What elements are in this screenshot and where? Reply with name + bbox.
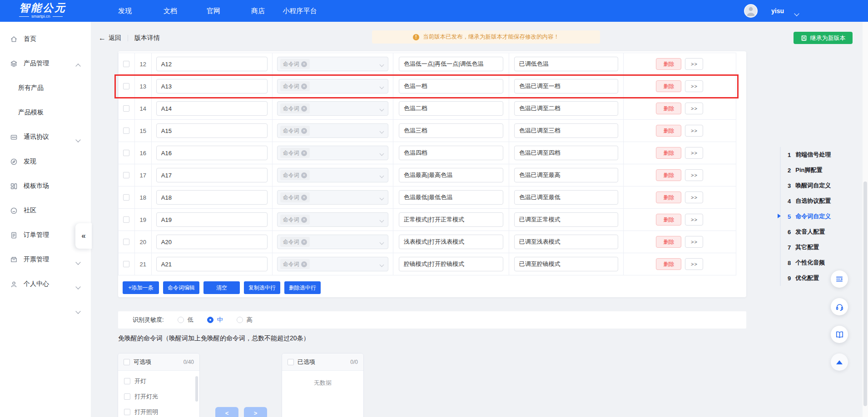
command-input[interactable] <box>399 57 503 71</box>
expand-row-button[interactable]: >> <box>685 214 703 226</box>
code-input[interactable] <box>156 146 268 160</box>
table-action-button[interactable]: 清空 <box>203 281 240 294</box>
expand-row-button[interactable]: >> <box>685 58 703 70</box>
delete-row-button[interactable]: 删除 <box>656 258 681 270</box>
reply-input[interactable] <box>514 190 618 205</box>
code-input[interactable] <box>156 168 268 182</box>
row-checkbox[interactable] <box>123 83 129 89</box>
type-select[interactable]: 命令词× <box>277 123 388 138</box>
delete-row-button[interactable]: 删除 <box>656 169 681 181</box>
sidebar-item[interactable] <box>0 299 91 318</box>
reply-input[interactable] <box>514 146 618 160</box>
item-checkbox[interactable] <box>124 409 130 415</box>
sidebar-item[interactable]: 通讯协议 <box>0 128 91 146</box>
code-input[interactable] <box>156 123 268 138</box>
type-select[interactable]: 命令词× <box>277 235 388 249</box>
sidebar-collapse-button[interactable]: « <box>75 223 92 249</box>
step-nav-item[interactable]: 6 发音人配置 <box>788 224 857 240</box>
sidebar-item[interactable]: 所有产品 <box>0 79 91 97</box>
code-input[interactable] <box>156 79 268 93</box>
navbar-item[interactable]: 小程序平台 <box>283 0 317 22</box>
list-item[interactable]: 打开照明 <box>118 404 199 417</box>
row-checkbox[interactable] <box>123 216 129 223</box>
source-scrollbar[interactable] <box>195 376 198 402</box>
row-checkbox[interactable] <box>123 194 129 201</box>
sensitivity-radio[interactable]: 低 <box>178 316 193 324</box>
step-nav-item[interactable]: 7 其它配置 <box>788 240 857 255</box>
code-input[interactable] <box>156 257 268 271</box>
page-scrollbar-thumb[interactable] <box>863 182 867 406</box>
code-input[interactable] <box>156 101 268 116</box>
delete-row-button[interactable]: 删除 <box>656 191 681 203</box>
navbar-item[interactable]: 官网 <box>207 0 220 22</box>
sidebar-item[interactable]: 发现 <box>0 152 91 171</box>
navbar-item[interactable]: 发现 <box>118 0 132 22</box>
type-select[interactable]: 命令词× <box>277 168 388 182</box>
command-input[interactable] <box>399 257 503 271</box>
step-nav-item[interactable]: 2 Pin脚配置 <box>788 162 857 178</box>
tag-close-icon[interactable]: × <box>301 61 307 67</box>
username[interactable]: yisu <box>771 0 784 22</box>
table-action-button[interactable]: 复制选中行 <box>244 281 280 294</box>
step-nav-item[interactable]: 8 个性化音频 <box>788 255 857 270</box>
navbar-item[interactable]: 文档 <box>164 0 177 22</box>
reply-input[interactable] <box>514 168 618 182</box>
target-select-all-checkbox[interactable] <box>288 359 294 365</box>
list-item[interactable]: 打开灯光 <box>118 389 199 404</box>
delete-row-button[interactable]: 删除 <box>656 236 681 248</box>
expand-row-button[interactable]: >> <box>685 103 703 114</box>
source-select-all-checkbox[interactable] <box>124 359 130 365</box>
type-select[interactable]: 命令词× <box>277 57 388 71</box>
floating-button[interactable] <box>831 270 848 288</box>
delete-row-button[interactable]: 删除 <box>656 214 681 226</box>
expand-row-button[interactable]: >> <box>685 258 703 270</box>
sidebar-item[interactable]: 模板市场 <box>0 177 91 195</box>
command-input[interactable] <box>399 146 503 160</box>
sensitivity-radio[interactable]: 中 <box>207 316 223 324</box>
type-select[interactable]: 命令词× <box>277 212 388 227</box>
sidebar-item[interactable]: 产品模板 <box>0 103 91 122</box>
tag-close-icon[interactable]: × <box>301 83 307 89</box>
tag-close-icon[interactable]: × <box>301 150 307 156</box>
command-input[interactable] <box>399 212 503 227</box>
tag-close-icon[interactable]: × <box>301 217 307 223</box>
row-checkbox[interactable] <box>123 172 129 178</box>
back-button[interactable]: ← 返回 <box>99 34 121 42</box>
code-input[interactable] <box>156 212 268 227</box>
floating-button[interactable] <box>831 298 848 315</box>
reply-input[interactable] <box>514 101 618 116</box>
tag-close-icon[interactable]: × <box>301 172 307 178</box>
reply-input[interactable] <box>514 79 618 93</box>
move-left-button[interactable]: < <box>215 407 238 417</box>
list-item[interactable]: 开灯 <box>118 373 199 389</box>
row-checkbox[interactable] <box>123 150 129 156</box>
table-action-button[interactable]: 命令词编辑 <box>163 281 199 294</box>
navbar-item[interactable]: 商店 <box>251 0 265 22</box>
delete-row-button[interactable]: 删除 <box>656 58 681 70</box>
sidebar-item[interactable]: 社区 <box>0 201 91 220</box>
row-checkbox[interactable] <box>123 239 129 245</box>
reply-input[interactable] <box>514 57 618 71</box>
sidebar-item[interactable]: 产品管理 <box>0 54 91 73</box>
type-select[interactable]: 命令词× <box>277 190 388 205</box>
move-right-button[interactable]: > <box>244 407 267 417</box>
avatar[interactable] <box>744 4 758 18</box>
step-nav-item[interactable]: 3 唤醒词自定义 <box>788 178 857 193</box>
reply-input[interactable] <box>514 212 618 227</box>
command-input[interactable] <box>399 79 503 93</box>
row-checkbox[interactable] <box>123 61 129 67</box>
code-input[interactable] <box>156 190 268 205</box>
expand-row-button[interactable]: >> <box>685 147 703 159</box>
floating-button[interactable] <box>831 326 848 343</box>
table-action-button[interactable]: 删除选中行 <box>284 281 321 294</box>
inherit-new-version-button[interactable]: 继承为新版本 <box>794 32 853 44</box>
tag-close-icon[interactable]: × <box>301 106 307 112</box>
step-nav-item[interactable]: 1 前端信号处理 <box>788 147 857 162</box>
row-checkbox[interactable] <box>123 128 129 134</box>
step-nav-item[interactable]: 4 自选协议配置 <box>788 193 857 209</box>
tag-close-icon[interactable]: × <box>301 128 307 134</box>
tag-close-icon[interactable]: × <box>301 195 307 201</box>
table-action-button[interactable]: +添加一条 <box>123 281 159 294</box>
delete-row-button[interactable]: 删除 <box>656 80 681 92</box>
item-checkbox[interactable] <box>124 378 130 384</box>
